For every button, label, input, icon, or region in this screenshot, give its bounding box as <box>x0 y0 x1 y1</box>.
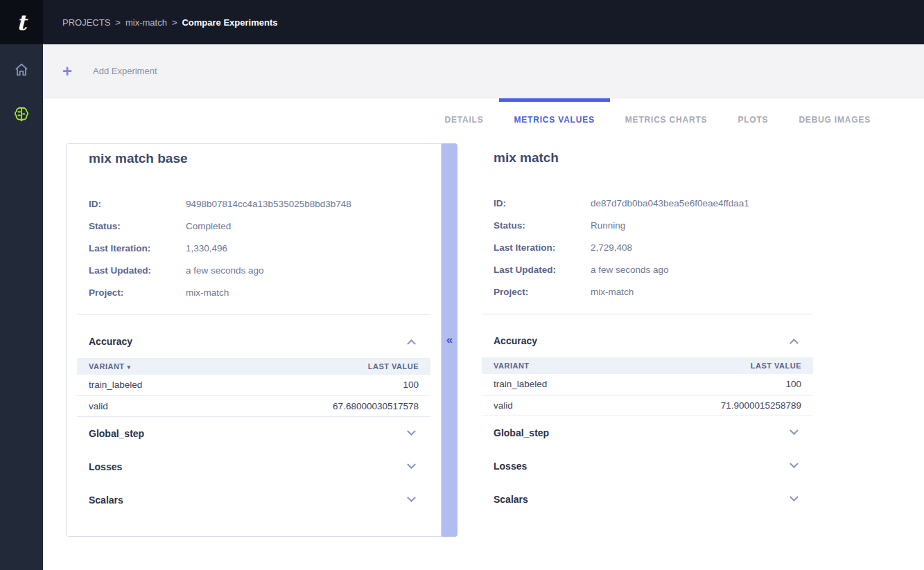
section-name: Global_step <box>89 428 144 439</box>
field-value: a few seconds ago <box>186 265 264 276</box>
collapse-panel-button[interactable]: « <box>442 143 457 537</box>
section-name: Accuracy <box>89 336 132 347</box>
accuracy-table: VARIANT▾ LAST VALUE train_labeled 100 va… <box>77 358 430 417</box>
plus-icon: + <box>62 64 72 78</box>
section-name: Scalars <box>494 494 528 505</box>
section-name: Scalars <box>89 495 123 506</box>
field-value: 9498b07814cc4a13b535025b8bd3b748 <box>186 199 351 209</box>
field-label: Status: <box>89 221 186 231</box>
collapse-left-icon: « <box>446 333 453 347</box>
section-scalars[interactable]: Scalars <box>471 483 823 516</box>
section-name: Losses <box>89 461 122 472</box>
field-label: ID: <box>89 199 186 209</box>
field-value: a few seconds ago <box>591 265 669 275</box>
add-experiment-button[interactable]: + Add Experiment <box>62 64 157 78</box>
section-scalars[interactable]: Scalars <box>67 483 441 517</box>
variant-cell: train_labeled <box>77 375 219 395</box>
experiment-card-compare: mix match ID: de87d7db0ba043bea5e6f0eae4… <box>471 143 823 537</box>
section-name: Losses <box>494 461 527 472</box>
projects-brain-icon[interactable] <box>11 104 32 125</box>
table-header-row: VARIANT▾ LAST VALUE <box>77 358 430 375</box>
variant-cell: valid <box>482 395 619 416</box>
last-value-cell: 100 <box>219 375 431 395</box>
breadcrumb: PROJECTS > mix-match > Compare Experimen… <box>62 17 277 28</box>
field-last-updated: Last Updated: a few seconds ago <box>67 259 441 281</box>
field-last-updated: Last Updated: a few seconds ago <box>471 258 823 280</box>
field-project: Project: mix-match <box>471 280 823 303</box>
last-value-cell: 100 <box>619 374 813 395</box>
last-value-cell: 71.9000015258789 <box>619 395 813 416</box>
section-accuracy[interactable]: Accuracy <box>67 325 441 358</box>
field-value: 2,729,408 <box>591 242 632 253</box>
field-label: Last Updated: <box>494 265 591 275</box>
table-header-row: VARIANT LAST VALUE <box>482 357 813 374</box>
field-status: Status: Running <box>471 214 823 236</box>
breadcrumb-projects[interactable]: PROJECTS <box>62 17 110 28</box>
field-last-iteration: Last Iteration: 1,330,496 <box>67 237 441 259</box>
column-last-value[interactable]: LAST VALUE <box>619 357 813 374</box>
experiment-fields: ID: 9498b07814cc4a13b535025b8bd3b748 Sta… <box>67 193 441 303</box>
divider <box>482 314 813 314</box>
field-value: Completed <box>186 221 231 231</box>
tab-metrics-values[interactable]: METRICS VALUES <box>499 98 610 141</box>
column-variant[interactable]: VARIANT <box>482 357 619 374</box>
chevron-down-icon <box>790 459 799 468</box>
section-name: Accuracy <box>494 335 537 346</box>
top-bar: t PROJECTS > mix-match > Compare Experim… <box>0 0 924 44</box>
sub-header: + Add Experiment <box>43 44 924 98</box>
section-name: Global_step <box>494 427 549 438</box>
add-experiment-label: Add Experiment <box>93 66 157 76</box>
experiment-card-base: mix match base ID: 9498b07814cc4a13b5350… <box>66 143 442 537</box>
breadcrumb-separator: > <box>115 17 121 28</box>
breadcrumb-project-name[interactable]: mix-match <box>125 17 167 28</box>
tab-metrics-charts[interactable]: METRICS CHARTS <box>610 98 723 141</box>
field-label: Project: <box>89 287 186 298</box>
tab-debug-images[interactable]: DEBUG IMAGES <box>783 98 886 141</box>
column-last-value[interactable]: LAST VALUE <box>219 358 431 375</box>
variant-cell: valid <box>77 395 219 416</box>
field-id: ID: 9498b07814cc4a13b535025b8bd3b748 <box>67 193 441 215</box>
field-label: Last Iteration: <box>89 243 186 253</box>
last-value-cell: 67.68000030517578 <box>219 395 431 416</box>
tab-details[interactable]: DETAILS <box>429 98 498 141</box>
breadcrumb-current-page: Compare Experiments <box>182 17 277 28</box>
tab-bar: DETAILS METRICS VALUES METRICS CHARTS PL… <box>429 98 886 141</box>
chevron-down-icon <box>407 493 416 502</box>
chevron-down-icon <box>790 426 799 435</box>
field-label: Project: <box>494 287 591 297</box>
divider <box>77 314 430 315</box>
experiment-title: mix match base <box>67 144 441 166</box>
column-variant[interactable]: VARIANT▾ <box>77 358 219 375</box>
chevron-down-icon <box>407 427 416 436</box>
sort-desc-icon: ▾ <box>128 364 131 371</box>
chevron-down-icon <box>790 492 799 501</box>
field-id: ID: de87d7db0ba043bea5e6f0eae4ffdaa1 <box>471 192 823 214</box>
table-row: valid 71.9000015258789 <box>482 395 813 416</box>
field-value: Running <box>591 220 625 231</box>
field-label: Last Iteration: <box>494 242 591 253</box>
field-status: Status: Completed <box>67 215 441 237</box>
field-project: Project: mix-match <box>67 281 441 303</box>
breadcrumb-separator: > <box>172 17 177 28</box>
home-icon[interactable] <box>11 60 32 80</box>
variant-cell: train_labeled <box>482 374 619 395</box>
logo-t-icon: t <box>17 10 26 35</box>
tab-plots[interactable]: PLOTS <box>722 98 783 141</box>
section-global-step[interactable]: Global_step <box>67 417 441 450</box>
left-sidebar <box>0 44 43 570</box>
section-losses[interactable]: Losses <box>67 450 441 483</box>
field-value: de87d7db0ba043bea5e6f0eae4ffdaa1 <box>591 198 749 208</box>
section-losses[interactable]: Losses <box>471 449 823 483</box>
accuracy-table: VARIANT LAST VALUE train_labeled 100 val… <box>482 357 813 416</box>
field-label: Status: <box>494 220 591 231</box>
field-label: ID: <box>494 198 591 208</box>
field-value: mix-match <box>591 287 634 297</box>
section-accuracy[interactable]: Accuracy <box>471 324 823 357</box>
field-last-iteration: Last Iteration: 2,729,408 <box>471 236 823 258</box>
table-row: train_labeled 100 <box>482 374 813 395</box>
chevron-down-icon <box>407 460 416 469</box>
table-row: train_labeled 100 <box>77 375 430 395</box>
section-global-step[interactable]: Global_step <box>471 416 823 449</box>
chevron-up-icon <box>407 339 416 348</box>
app-logo[interactable]: t <box>0 0 43 44</box>
